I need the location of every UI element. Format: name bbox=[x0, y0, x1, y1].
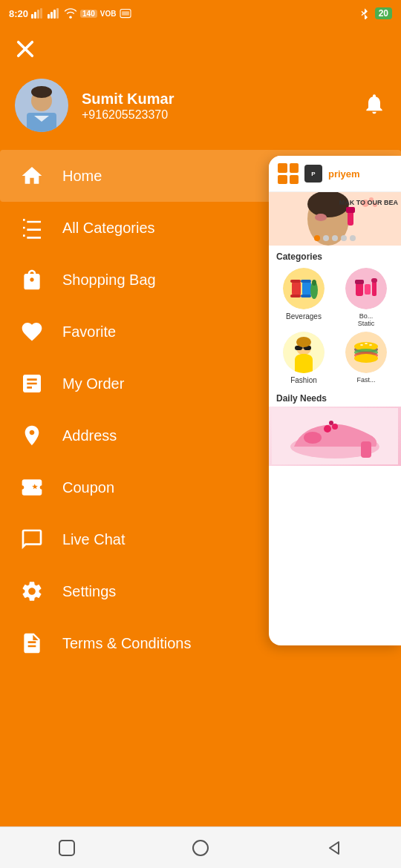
network-type: VOB bbox=[100, 10, 117, 18]
dot-1 bbox=[314, 235, 320, 241]
shopping-bag-label: Shopping Bag bbox=[62, 272, 156, 289]
user-info: Sumit Kumar +916205523370 bbox=[82, 89, 349, 122]
svg-point-59 bbox=[324, 425, 331, 433]
svg-rect-62 bbox=[59, 841, 74, 855]
fashion-circle bbox=[283, 332, 325, 373]
home-icon bbox=[18, 162, 46, 190]
svg-rect-6 bbox=[53, 10, 56, 19]
svg-rect-26 bbox=[292, 281, 301, 296]
favorite-icon bbox=[18, 318, 46, 346]
svg-rect-24 bbox=[346, 207, 355, 213]
coupon-icon bbox=[18, 473, 46, 502]
panel-banner: MAK TO OUR BEA bbox=[269, 192, 401, 246]
network-badge: 140 bbox=[80, 10, 97, 18]
battery-display: 20 bbox=[375, 7, 392, 19]
address-icon bbox=[18, 421, 46, 450]
banner-dots bbox=[314, 235, 356, 241]
coupon-label: Coupon bbox=[62, 479, 114, 496]
svg-rect-57 bbox=[361, 441, 371, 458]
svg-point-15 bbox=[31, 86, 52, 98]
shop-logo: P bbox=[304, 165, 322, 183]
svg-rect-2 bbox=[37, 10, 39, 19]
svg-rect-31 bbox=[301, 295, 311, 297]
user-section: Sumit Kumar +916205523370 bbox=[0, 71, 401, 147]
right-panel: P priyem MAK TO OUR BEA bbox=[269, 156, 401, 645]
svg-rect-30 bbox=[301, 280, 311, 283]
svg-rect-39 bbox=[371, 278, 377, 283]
svg-rect-13 bbox=[27, 113, 56, 132]
category-fast-food[interactable]: Fast... bbox=[337, 332, 395, 384]
category-fashion[interactable]: Fashion bbox=[275, 332, 333, 384]
categories-title: Categories bbox=[269, 246, 401, 265]
user-phone: +916205523370 bbox=[82, 108, 349, 122]
dot-2 bbox=[323, 235, 329, 241]
bell-icon bbox=[362, 92, 386, 116]
category-book-static[interactable]: Bo...Static bbox=[337, 268, 395, 327]
svg-rect-9 bbox=[122, 11, 129, 16]
svg-rect-0 bbox=[31, 14, 33, 19]
book-static-image bbox=[345, 268, 387, 309]
square-icon bbox=[56, 838, 77, 858]
terms-icon bbox=[18, 629, 46, 657]
svg-point-54 bbox=[369, 344, 372, 346]
categories-grid: Beverages Bo...Static bbox=[269, 265, 401, 387]
book-static-label: Bo...Static bbox=[358, 312, 375, 327]
book-static-circle bbox=[345, 268, 387, 309]
circle-icon bbox=[190, 838, 211, 858]
settings-label: Settings bbox=[62, 583, 116, 600]
svg-point-60 bbox=[332, 424, 338, 430]
fashion-image bbox=[283, 332, 325, 373]
svg-point-58 bbox=[304, 432, 322, 444]
wifi-icon bbox=[64, 8, 77, 19]
close-icon bbox=[15, 39, 36, 59]
panel-header: P priyem bbox=[269, 156, 401, 192]
svg-point-33 bbox=[312, 280, 316, 286]
svg-rect-27 bbox=[290, 280, 301, 283]
daily-needs-image bbox=[269, 407, 401, 466]
notification-bell[interactable] bbox=[362, 92, 386, 119]
svg-point-61 bbox=[329, 421, 333, 425]
nav-square-button[interactable] bbox=[50, 832, 83, 864]
bottom-navigation bbox=[0, 826, 401, 868]
terms-label: Terms & Conditions bbox=[62, 635, 191, 652]
live-chat-label: Live Chat bbox=[62, 531, 125, 548]
settings-icon bbox=[18, 577, 46, 605]
bluetooth-icon bbox=[359, 7, 371, 19]
fast-food-label: Fast... bbox=[356, 376, 375, 384]
nav-back-button[interactable] bbox=[318, 832, 351, 864]
svg-rect-37 bbox=[365, 284, 371, 295]
status-right: 20 bbox=[359, 7, 392, 19]
shop-name: priyem bbox=[328, 168, 360, 180]
svg-rect-36 bbox=[355, 280, 364, 284]
svg-rect-3 bbox=[40, 8, 42, 19]
banner-text: MAK TO OUR BEA bbox=[339, 198, 398, 208]
categories-label: All Categories bbox=[62, 220, 155, 237]
my-order-label: My Order bbox=[62, 375, 124, 392]
fast-food-circle bbox=[345, 332, 387, 373]
svg-marker-64 bbox=[330, 842, 339, 854]
fashion-label: Fashion bbox=[290, 376, 317, 384]
shoes-image bbox=[272, 408, 398, 464]
categories-icon bbox=[18, 214, 46, 242]
signal-icon2 bbox=[48, 8, 61, 19]
signal-icon bbox=[31, 8, 45, 19]
close-button[interactable] bbox=[9, 33, 42, 65]
svg-point-53 bbox=[365, 343, 368, 344]
svg-rect-5 bbox=[50, 12, 53, 19]
category-beverages[interactable]: Beverages bbox=[275, 268, 333, 327]
daily-needs-title: Daily Needs bbox=[269, 387, 401, 407]
beverages-label: Beverages bbox=[286, 312, 322, 320]
svg-point-22 bbox=[315, 214, 327, 221]
status-left: 8:20 140 VOB bbox=[9, 8, 132, 19]
nav-home-button[interactable] bbox=[184, 832, 217, 864]
svg-point-51 bbox=[354, 354, 378, 363]
home-label: Home bbox=[62, 168, 102, 185]
data-icon bbox=[119, 8, 132, 19]
user-name: Sumit Kumar bbox=[82, 89, 349, 108]
address-label: Address bbox=[62, 427, 117, 444]
svg-rect-1 bbox=[34, 12, 36, 19]
back-icon bbox=[324, 838, 345, 858]
beverages-image bbox=[283, 268, 325, 309]
live-chat-icon bbox=[18, 525, 46, 553]
svg-rect-28 bbox=[290, 295, 301, 297]
